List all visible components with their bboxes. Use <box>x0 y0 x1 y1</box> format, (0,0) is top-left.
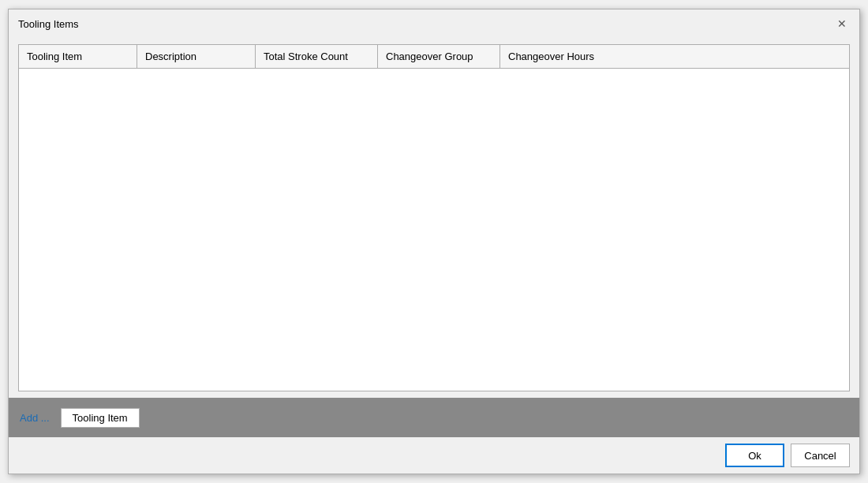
col-header-changeover-group: Changeover Group <box>378 45 500 68</box>
col-header-stroke-count: Total Stroke Count <box>256 45 378 68</box>
col-header-description: Description <box>137 45 256 68</box>
bottom-bar: Add ... Tooling Item <box>9 398 859 437</box>
dialog-title: Tooling Items <box>18 18 79 30</box>
dialog-footer: Ok Cancel <box>9 437 859 474</box>
ok-button[interactable]: Ok <box>725 444 784 467</box>
tooling-items-dialog: Tooling Items ✕ Tooling Item Description… <box>8 9 860 474</box>
table-body <box>19 69 849 391</box>
title-bar: Tooling Items ✕ <box>9 9 859 38</box>
table-header: Tooling Item Description Total Stroke Co… <box>19 45 849 69</box>
cancel-button[interactable]: Cancel <box>791 444 850 467</box>
add-link[interactable]: Add ... <box>15 409 54 427</box>
col-header-tooling-item: Tooling Item <box>19 45 137 68</box>
tooling-item-button[interactable]: Tooling Item <box>61 408 140 428</box>
close-button[interactable]: ✕ <box>834 16 850 32</box>
col-header-changeover-hours: Changeover Hours <box>500 45 849 68</box>
dialog-body: Tooling Item Description Total Stroke Co… <box>9 38 859 398</box>
table-container: Tooling Item Description Total Stroke Co… <box>18 44 850 391</box>
